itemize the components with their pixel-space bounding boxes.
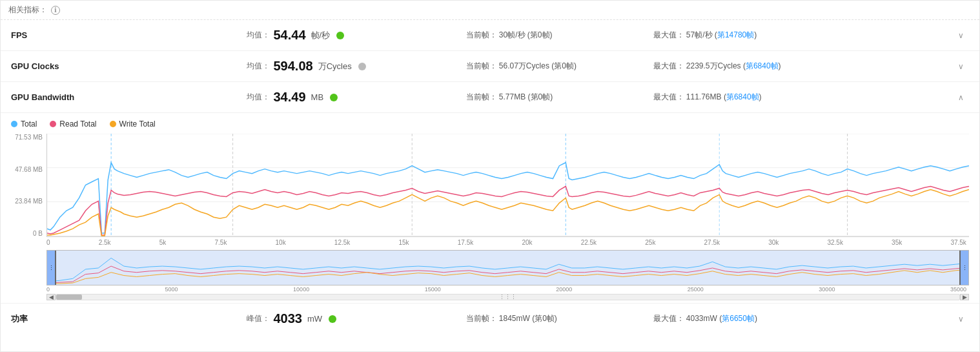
gpu-clocks-name: GPU Clocks: [11, 61, 114, 71]
power-status-dot: [329, 315, 336, 323]
x-label-11: 27.5k: [704, 239, 720, 246]
x-label-14: 35k: [892, 239, 902, 246]
fps-current-label: 当前帧：: [466, 30, 497, 39]
x-label-5: 12.5k: [334, 239, 350, 246]
chart-svg: [47, 134, 969, 236]
mini-chart-right-handle[interactable]: ⋮: [959, 251, 968, 285]
power-name: 功率: [11, 313, 114, 325]
gpu-bandwidth-status-dot: [330, 94, 338, 101]
x-label-7: 17.5k: [458, 239, 473, 246]
legend-read-total-dot: [50, 121, 56, 127]
mini-overview-wrapper: ⋮ ⋮ 0 5000 10000: [11, 250, 969, 300]
x-axis-labels: 0 2.5k 5k 7.5k 10k 12.5k 15k 17.5k 20k 2…: [46, 239, 969, 246]
gpu-clocks-expand-icon[interactable]: ∨: [953, 62, 969, 71]
y-label-top: 71.53 MB: [15, 134, 43, 141]
mini-x-label-3: 15000: [425, 286, 441, 293]
gpu-clocks-avg-label: 均值：: [247, 61, 270, 72]
gpu-clocks-avg-value: 594.08: [274, 59, 313, 74]
gpu-clocks-metric-row: GPU Clocks 均值： 594.08 万Cycles 当前帧： 56.07…: [1, 51, 979, 82]
power-max: 最大值： 4033mW (第6650帧): [653, 313, 821, 324]
mini-chart-left-handle[interactable]: ⋮: [47, 251, 56, 285]
power-max-value: 4033mW: [686, 314, 717, 323]
gpu-clocks-max: 最大值： 2239.5万Cycles (第6840帧): [653, 61, 821, 72]
y-label-mid1: 47.68 MB: [15, 166, 43, 173]
fps-max-label: 最大值：: [653, 30, 684, 39]
gpu-clocks-max-value: 2239.5万Cycles: [686, 61, 741, 70]
mini-x-labels: 0 5000 10000 15000 20000 25000 30000 350…: [46, 286, 969, 293]
gpu-clocks-avg-unit: 万Cycles: [318, 61, 352, 72]
gpu-bandwidth-current-value: 5.77MB (第0帧): [499, 92, 553, 101]
fps-current: 当前帧： 30帧/秒 (第0帧): [466, 30, 634, 41]
gpu-bandwidth-max-link[interactable]: 第6840帧: [726, 92, 759, 101]
power-current: 当前帧： 1845mW (第0帧): [466, 313, 634, 324]
power-avg: 峰值： 4033 mW: [247, 311, 427, 326]
gpu-clocks-current-value: 56.07万Cycles (第0帧): [499, 61, 577, 70]
power-peak-value: 4033: [274, 311, 303, 326]
fps-name: FPS: [11, 30, 114, 40]
legend-write-total: Write Total: [110, 119, 156, 129]
x-label-10: 25k: [645, 239, 655, 246]
info-icon[interactable]: ℹ: [51, 6, 60, 15]
x-label-2: 5k: [159, 239, 167, 246]
fps-max-link[interactable]: 第14780帧: [717, 30, 754, 39]
y-axis: 71.53 MB 47.68 MB 23.84 MB 0 B: [11, 134, 46, 237]
fps-avg-label: 均值：: [247, 30, 270, 41]
fps-metric-row: FPS 均值： 54.44 帧/秒 当前帧： 30帧/秒 (第0帧) 最大值： …: [1, 20, 979, 51]
main-container: 相关指标： ℹ FPS 均值： 54.44 帧/秒 当前帧： 30帧/秒 (第0…: [0, 0, 980, 352]
fps-current-value: 30帧/秒 (第0帧): [499, 30, 553, 39]
legend-total: Total: [11, 119, 37, 129]
mini-x-label-1: 5000: [165, 286, 178, 293]
legend-total-label: Total: [21, 119, 37, 129]
gpu-bandwidth-max-label: 最大值：: [653, 92, 684, 101]
x-label-0: 0: [46, 239, 50, 246]
mini-chart-area[interactable]: ⋮ ⋮: [46, 250, 969, 285]
x-label-1: 2.5k: [99, 239, 111, 246]
scrollbar-thumb[interactable]: [56, 295, 82, 300]
fps-avg-value: 54.44: [274, 28, 306, 43]
x-label-12: 30k: [768, 239, 779, 246]
legend-read-total: Read Total: [50, 119, 96, 129]
power-max-link[interactable]: 第6650帧: [722, 314, 755, 323]
header-bar: 相关指标： ℹ: [1, 1, 979, 20]
scrollbar-row: ◀ ⋮⋮⋮ ▶: [46, 294, 969, 300]
gpu-bandwidth-avg-value: 34.49: [274, 90, 306, 105]
legend-write-total-dot: [110, 121, 116, 127]
legend-total-dot: [11, 121, 17, 127]
gpu-clocks-current: 当前帧： 56.07万Cycles (第0帧): [466, 61, 634, 72]
gpu-bandwidth-current: 当前帧： 5.77MB (第0帧): [466, 92, 634, 103]
x-label-13: 32.5k: [827, 239, 842, 246]
mini-chart-row: ⋮ ⋮: [11, 250, 969, 285]
scroll-left-arrow[interactable]: ◀: [46, 294, 56, 300]
gpu-bandwidth-avg: 均值： 34.49 MB: [247, 90, 427, 105]
fps-max: 最大值： 57帧/秒 (第14780帧): [653, 30, 821, 41]
mini-x-label-6: 30000: [819, 286, 835, 293]
mini-y-spacer: [11, 250, 46, 285]
x-label-6: 15k: [398, 239, 409, 246]
related-metrics-label: 相关指标：: [8, 5, 47, 16]
gpu-clocks-avg: 均值： 594.08 万Cycles: [247, 59, 427, 74]
scroll-right-arrow[interactable]: ▶: [960, 294, 969, 300]
scroll-indicator: ⋮⋮⋮: [499, 294, 516, 300]
chart-legend: Total Read Total Write Total: [11, 119, 969, 129]
gpu-bandwidth-avg-label: 均值：: [247, 92, 270, 103]
mini-chart-svg: [47, 251, 968, 285]
gpu-clocks-max-label: 最大值：: [653, 61, 684, 70]
gpu-bandwidth-current-label: 当前帧：: [466, 92, 497, 101]
gpu-clocks-max-link[interactable]: 第6840帧: [746, 61, 779, 70]
gpu-bandwidth-max-value: 111.76MB: [686, 92, 722, 101]
y-label-bottom: 0 B: [33, 230, 43, 237]
scrollbar-track[interactable]: ⋮⋮⋮: [56, 294, 960, 300]
fps-expand-icon[interactable]: ∨: [953, 31, 969, 40]
chart-area[interactable]: [46, 134, 969, 237]
chart-with-yaxis: 71.53 MB 47.68 MB 23.84 MB 0 B: [11, 134, 969, 237]
mini-x-label-0: 0: [46, 286, 50, 293]
gpu-bandwidth-expand-icon[interactable]: ∧: [953, 93, 969, 102]
gpu-bandwidth-metric-row: GPU Bandwidth 均值： 34.49 MB 当前帧： 5.77MB (…: [1, 82, 979, 113]
gpu-bandwidth-name: GPU Bandwidth: [11, 92, 114, 102]
power-peak-unit: mW: [307, 314, 322, 324]
gpu-clocks-current-label: 当前帧：: [466, 61, 497, 70]
fps-avg-unit: 帧/秒: [311, 30, 331, 41]
mini-x-label-2: 10000: [293, 286, 309, 293]
power-metric-row: 功率 峰值： 4033 mW 当前帧： 1845mW (第0帧) 最大值： 40…: [1, 303, 979, 334]
power-expand-icon[interactable]: ∨: [953, 315, 969, 324]
